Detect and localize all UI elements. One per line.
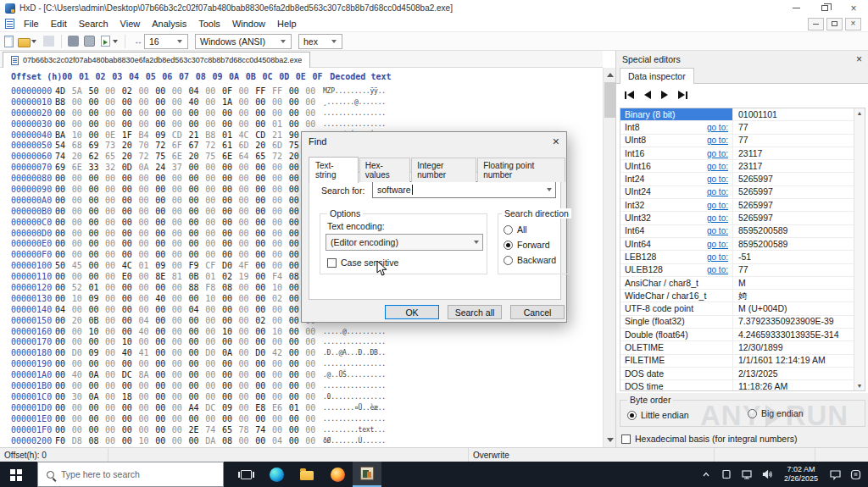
hex-byte[interactable]: 09 <box>155 130 172 141</box>
hex-byte[interactable]: 00 <box>55 294 72 305</box>
hex-byte[interactable]: 00 <box>239 196 256 207</box>
hex-byte[interactable]: 00 <box>105 283 122 294</box>
hex-byte[interactable]: 0B <box>189 272 206 283</box>
hex-byte[interactable]: 00 <box>55 218 72 229</box>
hex-byte[interactable]: 00 <box>305 119 322 130</box>
hex-decoded-text[interactable]: ðØ.......Ú...... <box>322 436 386 447</box>
hex-byte[interactable]: 00 <box>105 261 122 272</box>
hex-byte[interactable]: 00 <box>272 97 289 108</box>
hex-byte[interactable]: CD <box>255 130 272 141</box>
next-byte-button[interactable] <box>661 91 668 99</box>
inspector-type-cell[interactable]: UInt8go to: <box>620 135 733 147</box>
hex-byte[interactable]: 00 <box>222 337 239 348</box>
inspector-value[interactable]: 4.24659333013935E-314 <box>733 329 839 340</box>
hex-byte[interactable]: 10 <box>72 130 89 141</box>
hex-byte[interactable]: 00 <box>272 174 289 185</box>
hex-byte[interactable]: 00 <box>289 348 306 359</box>
hex-byte[interactable]: 00 <box>138 337 155 348</box>
hex-byte[interactable]: 00 <box>222 392 239 403</box>
hex-byte[interactable]: DA <box>205 436 222 447</box>
hex-byte[interactable]: 00 <box>172 86 189 97</box>
hex-byte[interactable]: 52 <box>72 283 89 294</box>
hex-byte[interactable]: 00 <box>172 218 189 229</box>
hex-byte[interactable]: 00 <box>172 305 189 316</box>
hex-byte[interactable]: 00 <box>305 86 322 97</box>
hex-decoded-text[interactable]: ................ <box>322 108 386 119</box>
hex-byte[interactable]: 00 <box>155 174 172 185</box>
hex-byte[interactable]: 00 <box>138 403 155 414</box>
hex-byte[interactable]: 00 <box>138 97 155 108</box>
hex-byte[interactable]: 01 <box>222 130 239 141</box>
hex-byte[interactable]: 00 <box>122 207 139 218</box>
hex-byte[interactable]: 00 <box>155 359 172 370</box>
hex-byte[interactable]: 00 <box>88 130 105 141</box>
hex-byte[interactable]: 00 <box>55 174 72 185</box>
inspector-type-cell[interactable]: ULEB128go to: <box>620 264 733 276</box>
hex-byte[interactable]: 09 <box>88 348 105 359</box>
hex-decoded-text[interactable]: ................ <box>322 337 386 348</box>
hex-byte[interactable]: 00 <box>122 174 139 185</box>
hex-byte[interactable]: 00 <box>155 392 172 403</box>
hex-byte[interactable]: 61 <box>222 141 239 152</box>
hex-byte[interactable]: 00 <box>72 207 89 218</box>
hex-byte[interactable]: F8 <box>205 283 222 294</box>
hex-byte[interactable]: 09 <box>88 294 105 305</box>
hex-byte[interactable]: 00 <box>272 392 289 403</box>
hex-decoded-text[interactable]: ........¤Ü..èæ.. <box>322 403 386 414</box>
hex-byte[interactable]: 00 <box>272 218 289 229</box>
hex-byte[interactable]: 00 <box>222 196 239 207</box>
hex-byte[interactable]: 00 <box>172 97 189 108</box>
hex-byte[interactable]: 00 <box>105 316 122 327</box>
inspector-value[interactable]: M <box>733 277 746 289</box>
hex-byte[interactable]: 00 <box>205 119 222 130</box>
hex-decoded-text[interactable]: MZP.........ÿÿ.. <box>322 86 386 97</box>
inspector-type-cell[interactable]: AnsiChar / char8_t <box>620 277 733 289</box>
hex-byte[interactable]: 00 <box>155 185 172 196</box>
hex-byte[interactable]: 00 <box>55 381 72 392</box>
inspector-type-cell[interactable]: Int16go to: <box>620 147 733 159</box>
hex-byte[interactable]: 00 <box>122 196 139 207</box>
bytes-per-row-select[interactable]: 16 <box>144 34 188 49</box>
hex-byte[interactable]: 00 <box>88 119 105 130</box>
tray-chevron-up-icon[interactable] <box>697 462 715 487</box>
hex-byte[interactable]: E8 <box>255 403 272 414</box>
menu-item-edit[interactable]: Edit <box>45 16 73 31</box>
hex-byte[interactable]: 10 <box>272 327 289 338</box>
hex-byte[interactable]: 00 <box>239 229 256 240</box>
hex-byte[interactable]: 00 <box>239 294 256 305</box>
hex-byte[interactable]: 00 <box>122 425 139 436</box>
hex-byte[interactable]: 09 <box>222 403 239 414</box>
hex-byte[interactable]: 64 <box>239 152 256 163</box>
hex-byte[interactable]: 00 <box>138 250 155 261</box>
hex-byte[interactable]: 00 <box>55 425 72 436</box>
hex-byte[interactable]: 00 <box>155 218 172 229</box>
hex-byte[interactable]: 00 <box>155 316 172 327</box>
hex-byte[interactable]: 81 <box>172 272 189 283</box>
hex-byte[interactable]: 00 <box>72 185 89 196</box>
hex-byte[interactable]: 00 <box>138 414 155 425</box>
mdi-close-button[interactable]: × <box>845 18 861 30</box>
hex-byte[interactable]: 72 <box>205 141 222 152</box>
hex-byte[interactable]: 04 <box>138 316 155 327</box>
hex-byte[interactable]: 20 <box>72 316 89 327</box>
hex-byte[interactable]: 00 <box>88 218 105 229</box>
hex-byte[interactable]: 00 <box>239 348 256 359</box>
inspector-value[interactable]: 7.37923350923909E-39 <box>733 316 834 328</box>
hex-byte[interactable]: 00 <box>72 414 89 425</box>
hex-byte[interactable]: 00 <box>155 403 172 414</box>
hex-byte[interactable]: 00 <box>72 272 89 283</box>
task-view-button[interactable] <box>231 462 261 487</box>
hex-byte[interactable]: 00 <box>305 381 322 392</box>
hex-byte[interactable]: D0 <box>255 348 272 359</box>
inspector-goto-link[interactable]: go to: <box>707 121 728 133</box>
hex-byte[interactable]: 00 <box>138 305 155 316</box>
inspector-value[interactable]: 5265997 <box>733 212 773 224</box>
hex-byte[interactable]: 00 <box>72 327 89 338</box>
hex-byte[interactable]: 00 <box>289 337 306 348</box>
inspector-value[interactable]: 5265997 <box>733 199 773 211</box>
hex-byte[interactable]: 00 <box>289 108 306 119</box>
hex-byte[interactable]: 00 <box>239 86 256 97</box>
hex-byte[interactable]: 10 <box>205 294 222 305</box>
hex-byte[interactable]: 21 <box>272 130 289 141</box>
hex-byte[interactable]: 00 <box>239 403 256 414</box>
